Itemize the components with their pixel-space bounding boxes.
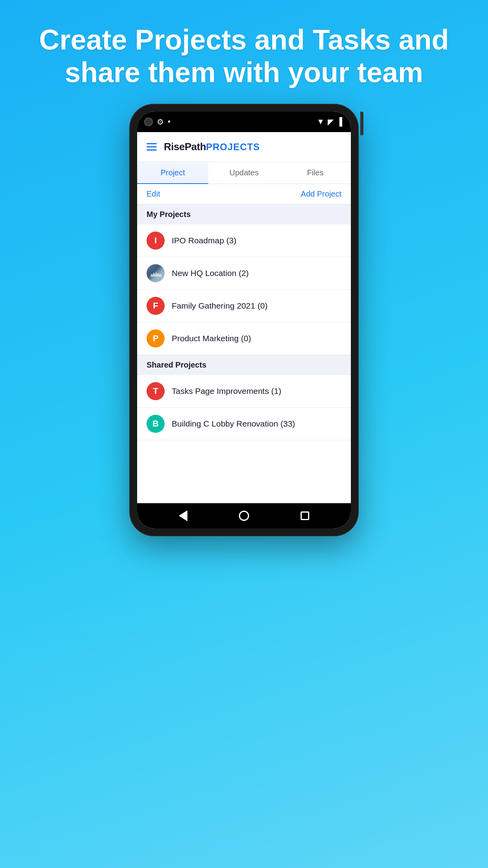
phone-mockup: ⚙ • ▼ ◤ ▐ RisePathPROJECTS: [130, 105, 358, 535]
hamburger-menu-button[interactable]: [147, 143, 157, 151]
project-name-family: Family Gathering 2021 (0): [172, 301, 268, 311]
hamburger-line-2: [147, 146, 157, 147]
hamburger-line-3: [147, 149, 157, 151]
status-left: ⚙ •: [144, 117, 171, 127]
add-project-button[interactable]: Add Project: [301, 189, 341, 199]
home-button[interactable]: [237, 509, 251, 523]
status-right: ▼ ◤ ▐: [317, 117, 342, 127]
my-projects-section-header: My Projects: [137, 204, 351, 224]
avatar-tasks: T: [147, 382, 165, 400]
home-icon: [239, 511, 249, 521]
tab-updates[interactable]: Updates: [208, 162, 279, 184]
app-content: RisePathPROJECTS Project Updates Files E…: [137, 132, 351, 503]
project-item-tasks[interactable]: T Tasks Page Improvements (1): [137, 375, 351, 408]
hero-title: Create Projects and Tasks and share them…: [0, 0, 488, 105]
toolbar: Edit Add Project: [137, 184, 351, 204]
recents-icon: [301, 511, 309, 520]
avatar-building: B: [147, 415, 165, 433]
sydney-image: [147, 264, 165, 282]
bottom-nav: [137, 503, 351, 528]
my-projects-title: My Projects: [147, 210, 191, 219]
avatar-hq: [147, 264, 165, 282]
hamburger-line-1: [147, 143, 157, 144]
camera-icon: [144, 118, 153, 126]
tab-files[interactable]: Files: [280, 162, 351, 184]
project-item-hq[interactable]: New HQ Location (2): [137, 257, 351, 290]
signal-icon: ◤: [328, 117, 334, 127]
shared-projects-section-header: Shared Projects: [137, 355, 351, 375]
project-name-building: Building C Lobby Renovation (33): [172, 419, 295, 428]
app-header: RisePathPROJECTS: [137, 132, 351, 162]
phone-screen: ⚙ • ▼ ◤ ▐ RisePathPROJECTS: [137, 112, 351, 528]
edit-button[interactable]: Edit: [147, 189, 160, 199]
shared-projects-title: Shared Projects: [147, 360, 206, 369]
empty-space: [137, 440, 351, 503]
logo-projects: PROJECTS: [206, 142, 260, 152]
app-logo: RisePathPROJECTS: [164, 141, 260, 153]
project-item-marketing[interactable]: P Product Marketing (0): [137, 322, 351, 355]
back-icon: [179, 510, 187, 521]
back-button[interactable]: [176, 509, 190, 523]
dot-icon: •: [168, 117, 171, 126]
project-name-ipo: IPO Roadmap (3): [172, 236, 237, 245]
project-name-marketing: Product Marketing (0): [172, 334, 251, 343]
status-bar: ⚙ • ▼ ◤ ▐: [137, 112, 351, 132]
project-item-ipo[interactable]: I IPO Roadmap (3): [137, 224, 351, 257]
logo-rise: RisePath: [164, 141, 206, 153]
project-name-tasks: Tasks Page Improvements (1): [172, 386, 281, 396]
gear-icon: ⚙: [157, 117, 164, 127]
avatar-family: F: [147, 297, 165, 315]
tab-project[interactable]: Project: [137, 162, 208, 184]
project-item-building[interactable]: B Building C Lobby Renovation (33): [137, 408, 351, 440]
side-button: [360, 112, 363, 135]
tabs-bar: Project Updates Files: [137, 162, 351, 184]
project-item-family[interactable]: F Family Gathering 2021 (0): [137, 290, 351, 322]
battery-icon: ▐: [337, 117, 342, 126]
avatar-ipo: I: [147, 232, 165, 250]
recents-button[interactable]: [298, 509, 312, 523]
wifi-icon: ▼: [317, 117, 325, 126]
project-name-hq: New HQ Location (2): [172, 268, 249, 278]
avatar-marketing: P: [147, 329, 165, 348]
